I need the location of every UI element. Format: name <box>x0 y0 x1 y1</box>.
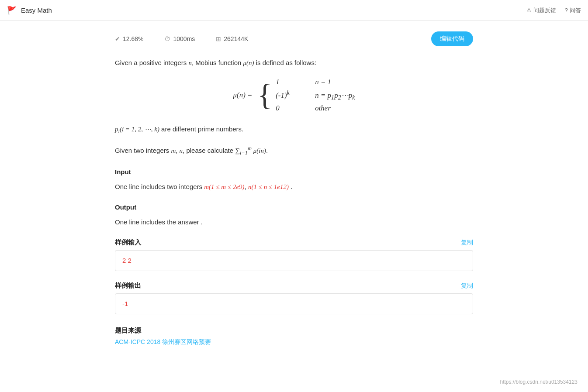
sample-output-value: -1 <box>122 300 128 307</box>
sum-end-text: . <box>266 147 268 154</box>
navbar-right: ⚠ 问题反馈 ? 问答 <box>526 7 581 14</box>
grid-icon: ⊞ <box>216 35 221 42</box>
left-brace: { <box>258 80 273 110</box>
case-condition-2: n = p1p2⋯pk <box>315 91 355 101</box>
sample-input-header: 样例输入 复制 <box>115 238 473 247</box>
sum-desc-text: , please calculate <box>183 147 235 154</box>
case-row-1: 1 n = 1 <box>276 78 355 86</box>
output-section-header: Output <box>115 203 473 211</box>
stats-left: ✔ 12.68% ⏱ 1000ms ⊞ 262144K <box>115 35 248 42</box>
source-link[interactable]: ACM-ICPC 2018 徐州赛区网络预赛 <box>115 338 211 345</box>
copy-output-button[interactable]: 复制 <box>461 282 473 290</box>
feedback-label: 问题反馈 <box>533 7 556 14</box>
n-variable: n <box>188 59 192 66</box>
formula-block: μ(n) = { 1 n = 1 (-1)k n = p1p2⋯pk <box>115 78 473 113</box>
formula-left-side: μ(n) = <box>233 91 252 100</box>
stats-row: ✔ 12.68% ⏱ 1000ms ⊞ 262144K 编辑代码 <box>115 31 473 46</box>
qa-link[interactable]: ? 问答 <box>565 7 581 14</box>
sample-output-title: 样例输出 <box>115 282 141 290</box>
sample-input-box: 2 2 <box>115 250 473 271</box>
time-limit-value: 1000ms <box>173 35 195 42</box>
pass-rate-value: 12.68% <box>123 35 143 42</box>
case-value-1: 1 <box>276 78 302 86</box>
mu-n-text: μ(n) <box>243 59 254 66</box>
sample-output-box: -1 <box>115 293 473 314</box>
flag-icon: 🚩 <box>7 6 17 15</box>
case-value-3: 0 <box>276 104 302 113</box>
case-condition-1: n = 1 <box>315 78 331 86</box>
problem-description: Given a positive integers n, Mobius func… <box>115 57 473 69</box>
case-condition-3: other <box>315 104 331 113</box>
sum-formula: ∑i=1m μ(in) <box>235 147 266 154</box>
feedback-link[interactable]: ⚠ 问题反馈 <box>526 7 556 14</box>
nav-title: Easy Math <box>21 7 52 14</box>
pass-rate-stat: ✔ 12.68% <box>115 35 143 42</box>
time-limit-stat: ⏱ 1000ms <box>164 35 195 42</box>
sum-description: Given two integers m, n, please calculat… <box>115 144 473 158</box>
help-icon: ? <box>565 7 568 14</box>
qa-label: 问答 <box>570 7 581 14</box>
m-constraint: m(1 ≤ m ≤ 2e9) <box>204 183 244 190</box>
source-title: 题目来源 <box>115 327 473 335</box>
pi-desc-text: are different prime numbers. <box>159 125 243 133</box>
m-variable: m <box>171 147 176 154</box>
source-section: 题目来源 ACM-ICPC 2018 徐州赛区网络预赛 <box>115 327 473 346</box>
case-row-3: 0 other <box>276 104 355 113</box>
case-value-2: (-1)k <box>276 89 302 100</box>
warning-icon: ⚠ <box>526 7 532 14</box>
sum-intro-text: Given two integers <box>115 147 171 154</box>
edit-code-button[interactable]: 编辑代码 <box>431 31 473 46</box>
sample-input-title: 样例输入 <box>115 238 141 247</box>
pi-text: pi(i = 1, 2, ⋯, k) <box>115 126 159 133</box>
memory-limit-stat: ⊞ 262144K <box>216 35 248 42</box>
navbar-left: 🚩 Easy Math <box>7 6 52 15</box>
intro-text-2: , Mobius function <box>192 59 243 66</box>
sample-output-header: 样例输出 复制 <box>115 282 473 290</box>
input-section-header: Input <box>115 168 473 175</box>
intro-text: Given a positive integers <box>115 59 188 66</box>
sample-input-section: 样例输入 复制 2 2 <box>115 238 473 271</box>
input-separator: , <box>245 183 248 190</box>
cases-table: 1 n = 1 (-1)k n = p1p2⋯pk 0 other <box>276 78 355 113</box>
sample-input-value: 2 2 <box>122 257 131 264</box>
input-description: One line includes two integers m(1 ≤ m ≤… <box>115 181 473 193</box>
clock-icon: ⏱ <box>164 35 170 42</box>
pi-description: pi(i = 1, 2, ⋯, k) are different prime n… <box>115 123 473 137</box>
check-icon: ✔ <box>115 35 120 42</box>
output-description: One line includes the answer . <box>115 216 473 228</box>
memory-limit-value: 262144K <box>224 35 248 42</box>
input-end: . <box>289 183 292 190</box>
intro-text-3: is defined as follows: <box>254 59 317 66</box>
page-body: ✔ 12.68% ⏱ 1000ms ⊞ 262144K 编辑代码 Given a… <box>0 21 588 392</box>
input-desc-text: One line includes two integers <box>115 183 204 190</box>
content-area: ✔ 12.68% ⏱ 1000ms ⊞ 262144K 编辑代码 Given a… <box>97 21 491 372</box>
copy-input-button[interactable]: 复制 <box>461 239 473 247</box>
sample-output-section: 样例输出 复制 -1 <box>115 282 473 314</box>
navbar: 🚩 Easy Math ⚠ 问题反馈 ? 问答 <box>0 0 588 21</box>
case-row-2: (-1)k n = p1p2⋯pk <box>276 89 355 101</box>
brace-cases: { 1 n = 1 (-1)k n = p1p2⋯pk 0 other <box>258 78 355 113</box>
n-constraint: n(1 ≤ n ≤ 1e12) <box>248 183 289 190</box>
formula-container: μ(n) = { 1 n = 1 (-1)k n = p1p2⋯pk <box>233 78 355 113</box>
n-variable-2: n <box>180 147 183 154</box>
